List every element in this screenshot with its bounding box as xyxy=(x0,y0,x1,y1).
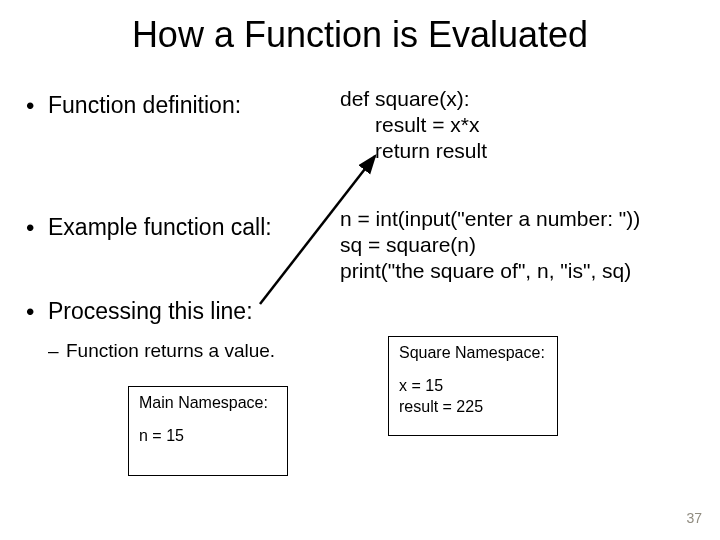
box-square-namespace: Square Namespace: x = 15 result = 225 xyxy=(388,336,558,436)
bullet-example-call: Example function call: xyxy=(28,214,272,241)
slide-title: How a Function is Evaluated xyxy=(0,0,720,56)
box-square-line1: x = 15 xyxy=(399,376,547,397)
bullet-text: Example function call: xyxy=(48,214,272,240)
bullet-text: Processing this line: xyxy=(48,298,253,324)
code-call-line1: n = int(input("enter a number: ")) xyxy=(340,206,640,232)
bullet-text: Function definition: xyxy=(48,92,241,118)
box-main-namespace: Main Namespace: n = 15 xyxy=(128,386,288,476)
bullet-sub-return: Function returns a value. xyxy=(66,340,275,362)
code-def-line2: result = x*x xyxy=(340,112,479,138)
code-def-line3: return result xyxy=(340,138,487,164)
code-call-line2: sq = square(n) xyxy=(340,232,476,258)
code-call-line3: print("the square of", n, "is", sq) xyxy=(340,258,631,284)
box-main-line1: n = 15 xyxy=(139,426,277,447)
box-square-line2: result = 225 xyxy=(399,397,547,418)
box-square-title: Square Namespace: xyxy=(399,343,547,364)
box-main-title: Main Namespace: xyxy=(139,393,277,414)
slide-body: Function definition: Example function ca… xyxy=(0,56,720,536)
bullet-processing: Processing this line: xyxy=(28,298,253,325)
slide-number: 37 xyxy=(686,510,702,526)
bullet-function-definition: Function definition: xyxy=(28,92,241,119)
code-def-line1: def square(x): xyxy=(340,86,470,112)
